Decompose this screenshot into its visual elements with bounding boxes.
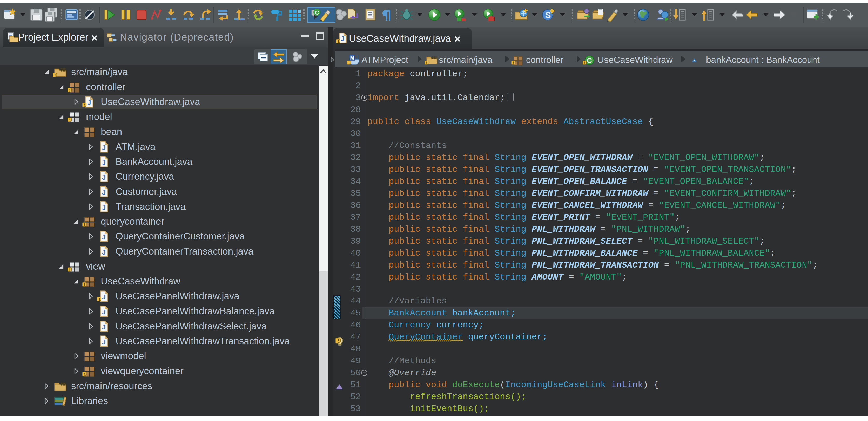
svg-text:C: C <box>315 9 319 16</box>
svg-text:S: S <box>545 10 551 20</box>
